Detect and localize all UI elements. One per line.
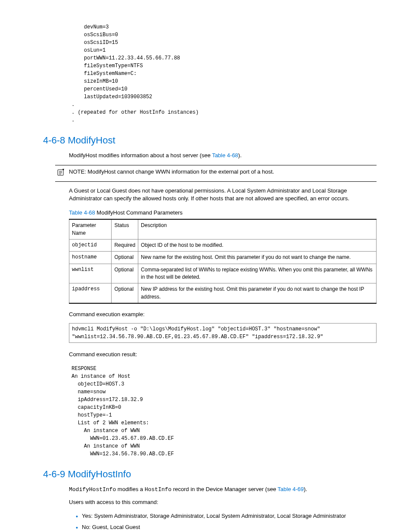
note-body: ModifyHost cannot change WWN information… bbox=[86, 168, 274, 175]
heading-468: 4-6-8 ModifyHost bbox=[43, 134, 377, 147]
intro-469-t5: ). bbox=[304, 486, 307, 492]
table-caption-rest-468: ModifyHost Command Parameters bbox=[95, 209, 183, 216]
cell-status: Required bbox=[112, 239, 138, 251]
intro-469-cmd2: HostInfo bbox=[145, 486, 171, 493]
cell-desc: Object ID of the host to be modified. bbox=[138, 239, 377, 251]
exec-example-label: Command execution example: bbox=[69, 311, 377, 319]
cell-param: hostname bbox=[69, 252, 112, 264]
th-description: Description bbox=[138, 219, 377, 239]
table-header-row: Parameter Name Status Description bbox=[69, 219, 377, 239]
th-param-name: Parameter Name bbox=[69, 219, 112, 239]
exec-result-label: Command execution result: bbox=[69, 351, 377, 359]
table-row: wwnlist Optional Comma-separated list of… bbox=[69, 264, 377, 283]
intro-468-before: ModifyHost modifies information about a … bbox=[69, 152, 212, 159]
heading-469: 4-6-9 ModifyHostInfo bbox=[43, 467, 377, 481]
table-caption-link-468[interactable]: Table 4-68 bbox=[69, 209, 95, 216]
table-row: objectid Required Object ID of the host … bbox=[69, 239, 377, 251]
table-468: Parameter Name Status Description object… bbox=[69, 219, 377, 304]
note-icon bbox=[55, 168, 66, 179]
intro-469-t2: modifies a bbox=[116, 486, 144, 492]
table-row: ipaddress Optional New IP address for th… bbox=[69, 283, 377, 303]
table-caption-468: Table 4-68 ModifyHost Command Parameters bbox=[69, 209, 377, 217]
cell-param: objectid bbox=[69, 239, 112, 251]
cell-status: Optional bbox=[112, 283, 138, 303]
intro-469-t4: record in the Device Manager server (see bbox=[171, 486, 277, 492]
bullet-list-469: Yes: System Administrator, Storage Admin… bbox=[69, 512, 377, 532]
cell-status: Optional bbox=[112, 252, 138, 264]
users-label-469: Users with access to this command: bbox=[69, 498, 377, 507]
cell-desc: New name for the existing host. Omit thi… bbox=[138, 252, 377, 264]
code-exec-result: RESPONSE An instance of Host objectID=HO… bbox=[69, 363, 377, 460]
cell-param: wwnlist bbox=[69, 264, 112, 283]
intro-468-after: ). bbox=[238, 152, 242, 159]
th-status: Status bbox=[112, 219, 138, 239]
table-row: hostname Optional New name for the exist… bbox=[69, 252, 377, 264]
intro-468: ModifyHost modifies information about a … bbox=[69, 152, 377, 160]
cell-status: Optional bbox=[112, 264, 138, 283]
list-item: No: Guest, Local Guest bbox=[76, 523, 377, 532]
note-text-468: NOTE: ModifyHost cannot change WWN infor… bbox=[69, 168, 377, 176]
intro-469-cmd1: ModifyHostInfo bbox=[69, 486, 116, 493]
cell-desc: New IP address for the existing host. Om… bbox=[138, 283, 377, 303]
cell-desc: Comma-separated list of WWNs to replace … bbox=[138, 264, 377, 283]
code-block-top: devNum=3 osScsiBus=0 osScsiID=15 osLun=1… bbox=[69, 22, 377, 126]
intro-469: ModifyHostInfo modifies a HostInfo recor… bbox=[69, 485, 377, 494]
link-table-469[interactable]: Table 4-69 bbox=[277, 486, 304, 492]
note-label: NOTE: bbox=[69, 168, 86, 175]
cell-param: ipaddress bbox=[69, 283, 112, 303]
code-exec-example: hdvmcli ModifyHost -o "D:\logs\ModifyHos… bbox=[69, 323, 377, 343]
list-item: Yes: System Administrator, Storage Admin… bbox=[76, 512, 377, 520]
link-table-468[interactable]: Table 4-68 bbox=[212, 152, 238, 159]
guest-text-468: A Guest or Local Guest does not have ope… bbox=[69, 187, 377, 203]
note-468: NOTE: ModifyHost cannot change WWN infor… bbox=[55, 165, 377, 182]
